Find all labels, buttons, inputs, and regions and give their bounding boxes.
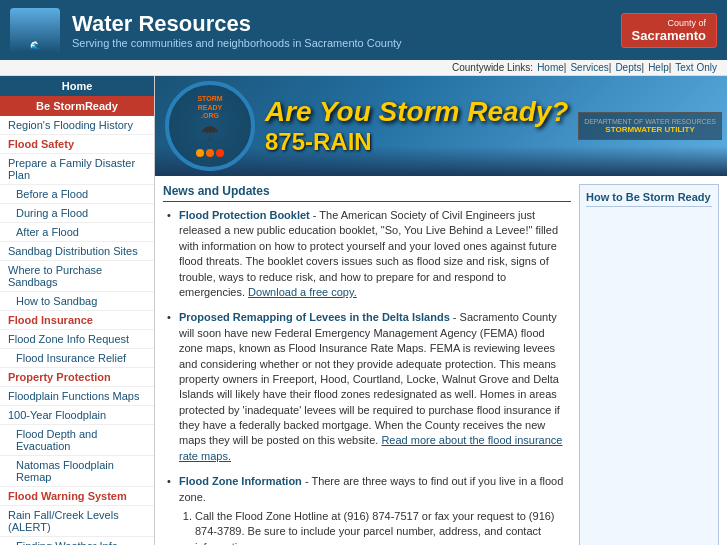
sidebar-item-flooding-history[interactable]: Region's Flooding History — [0, 116, 154, 135]
news-item-2-label: Proposed Remapping of Levees in the Delt… — [179, 311, 450, 323]
topbar: Countywide Links: Home | Services | Dept… — [0, 60, 727, 76]
news-title: News and Updates — [163, 184, 571, 202]
topbar-label: Countywide Links: — [452, 62, 533, 73]
sidebar-item-flood-zone-info[interactable]: Flood Zone Info Request — [0, 330, 154, 349]
sidebar-item-where-to-purchase[interactable]: Where to Purchase Sandbags — [0, 261, 154, 292]
news-item-3: Flood Zone Information - There are three… — [163, 474, 571, 545]
sidebar-item-home[interactable]: Home — [0, 76, 154, 96]
sidebar-item-flood-depth[interactable]: Flood Depth and Evacuation — [0, 425, 154, 456]
sidebar-item-sandbag-sites[interactable]: Sandbag Distribution Sites — [0, 242, 154, 261]
news-item-1-link[interactable]: Download a free copy. — [248, 286, 357, 298]
topbar-link-home[interactable]: Home — [537, 62, 564, 73]
sidebar-item-property-protection[interactable]: Property Protection — [0, 368, 154, 387]
topbar-link-help[interactable]: Help — [648, 62, 669, 73]
sidebar-item-flood-insurance-relief[interactable]: Flood Insurance Relief — [0, 349, 154, 368]
site-title: Water Resources — [72, 11, 621, 37]
sidebar-item-family-disaster[interactable]: Prepare a Family Disaster Plan — [0, 154, 154, 185]
sidebar-item-flood-insurance[interactable]: Flood Insurance — [0, 311, 154, 330]
banner-text-area: Are You Storm Ready? 875-RAIN — [265, 96, 578, 156]
news-area: News and Updates Flood Protection Bookle… — [163, 184, 571, 545]
header: 🌊 Water Resources Serving the communitie… — [0, 0, 727, 60]
sidebar: Home Be StormReady Region's Flooding His… — [0, 76, 155, 545]
sidebar-item-stormready[interactable]: Be StormReady — [0, 96, 154, 116]
news-item-2: Proposed Remapping of Levees in the Delt… — [163, 310, 571, 464]
right-sidebar: How to Be Storm Ready — [579, 184, 719, 545]
news-item-3-label: Flood Zone Information — [179, 475, 302, 487]
main-content: STORMREADY.ORG ☂ Are You Storm Ready? 87… — [155, 76, 727, 545]
banner-dwr-line2: STORMWATER UTILITY — [584, 125, 716, 134]
sidebar-item-natomas[interactable]: Natomas Floodplain Remap — [0, 456, 154, 487]
sidebar-item-flood-safety[interactable]: Flood Safety — [0, 135, 154, 154]
main-layout: Home Be StormReady Region's Flooding His… — [0, 76, 727, 545]
list-item: Call the Flood Zone Hotline at (916) 874… — [195, 509, 571, 545]
news-item-2-text: - Sacramento County will soon have new F… — [179, 311, 560, 446]
banner-main-text: Are You Storm Ready? — [265, 96, 578, 128]
banner-dwr: DEPARTMENT OF WATER RESOURCES STORMWATER… — [578, 112, 722, 140]
county-badge: County of Sacramento — [621, 13, 717, 48]
topbar-link-textonly[interactable]: Text Only — [675, 62, 717, 73]
banner-logo: STORMREADY.ORG ☂ — [165, 81, 255, 171]
sidebar-item-finding-weather[interactable]: Finding Weather Info — [0, 537, 154, 545]
sidebar-item-after-flood[interactable]: After a Flood — [0, 223, 154, 242]
header-title-area: Water Resources Serving the communities … — [72, 11, 621, 49]
banner-dwr-line1: DEPARTMENT OF WATER RESOURCES — [584, 118, 716, 125]
sidebar-item-rainfall[interactable]: Rain Fall/Creek Levels (ALERT) — [0, 506, 154, 537]
news-item-1: Flood Protection Booklet - The American … — [163, 208, 571, 300]
banner: STORMREADY.ORG ☂ Are You Storm Ready? 87… — [155, 76, 727, 176]
sidebar-item-how-to-sandbag[interactable]: How to Sandbag — [0, 292, 154, 311]
news-item-1-label: Flood Protection Booklet — [179, 209, 310, 221]
sidebar-item-during-flood[interactable]: During a Flood — [0, 204, 154, 223]
topbar-link-services[interactable]: Services — [570, 62, 608, 73]
site-subtitle: Serving the communities and neighborhood… — [72, 37, 621, 49]
banner-phone: 875-RAIN — [265, 128, 578, 156]
content-wrap: News and Updates Flood Protection Bookle… — [155, 176, 727, 545]
sidebar-item-flood-warning[interactable]: Flood Warning System — [0, 487, 154, 506]
topbar-link-depts[interactable]: Depts — [615, 62, 641, 73]
sidebar-item-100year[interactable]: 100-Year Floodplain — [0, 406, 154, 425]
county-line1: County of — [667, 18, 706, 28]
county-line2: Sacramento — [632, 28, 706, 43]
news-item-1-text: - The American Society of Civil Engineer… — [179, 209, 558, 298]
right-sidebar-title: How to Be Storm Ready — [586, 191, 712, 207]
header-logo: 🌊 — [10, 8, 60, 52]
sidebar-item-before-flood[interactable]: Before a Flood — [0, 185, 154, 204]
sidebar-item-floodplain-functions[interactable]: Floodplain Functions Maps — [0, 387, 154, 406]
news-item-3-sublist: Call the Flood Zone Hotline at (916) 874… — [195, 509, 571, 545]
